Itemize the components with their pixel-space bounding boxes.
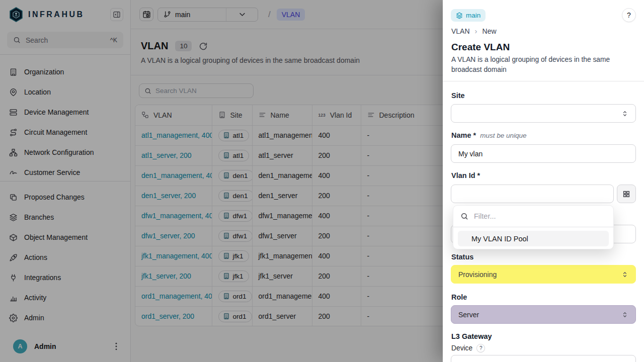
required-asterisk: *	[477, 171, 480, 179]
name-label: Name * must be unique	[451, 131, 527, 139]
required-asterisk: *	[473, 131, 476, 139]
site-select[interactable]	[451, 104, 636, 123]
drawer-branch-badge[interactable]: main	[451, 9, 486, 22]
pool-option-my-vlan-id-pool[interactable]: My VLAN ID Pool	[458, 231, 609, 246]
drawer-subtitle: A VLAN is a logical grouping of devices …	[451, 55, 633, 75]
device-label-row: Device ?	[451, 344, 485, 352]
device-help-button[interactable]: ?	[476, 344, 485, 352]
pool-filter-row	[453, 206, 613, 227]
help-button[interactable]: ?	[622, 8, 636, 22]
role-select-value: Server	[458, 311, 621, 319]
drawer-divider	[443, 81, 644, 81]
name-input[interactable]	[451, 144, 636, 163]
drawer-breadcrumb-action: New	[482, 27, 497, 35]
chevron-right-icon: ›	[475, 27, 477, 35]
search-icon	[460, 212, 468, 220]
create-vlan-drawer: main ? VLAN › New Create VLAN A VLAN is …	[443, 0, 644, 362]
pool-dropdown: My VLAN ID Pool	[453, 205, 614, 249]
device-label: Device	[451, 344, 472, 352]
name-unique-hint: must be unique	[480, 132, 526, 139]
layers-icon	[456, 12, 463, 19]
status-select-value: Provisioning	[458, 270, 621, 279]
site-label: Site	[451, 92, 465, 100]
drawer-breadcrumb-object: VLAN	[451, 27, 470, 35]
vlan-id-label: Vlan Id *	[451, 171, 480, 179]
pool-selector-button[interactable]	[617, 185, 636, 203]
drawer-title: Create VLAN	[451, 42, 510, 53]
status-label: Status	[451, 253, 473, 261]
l3-gateway-heading: L3 Gateway	[451, 332, 492, 340]
vlan-id-input[interactable]	[451, 185, 614, 203]
grid-pool-icon	[622, 190, 630, 198]
role-label: Role	[451, 293, 467, 301]
status-select[interactable]: Provisioning	[451, 265, 636, 284]
pool-filter-input[interactable]	[474, 212, 606, 220]
drawer-branch-name: main	[466, 12, 480, 19]
chevrons-up-down-icon	[621, 311, 628, 318]
chevrons-up-down-icon	[621, 110, 628, 117]
device-select[interactable]	[451, 355, 636, 362]
role-select[interactable]: Server	[451, 305, 636, 324]
drawer-breadcrumb: VLAN › New	[451, 27, 497, 35]
chevrons-up-down-icon	[621, 271, 628, 278]
pool-options: My VLAN ID Pool	[453, 227, 613, 249]
